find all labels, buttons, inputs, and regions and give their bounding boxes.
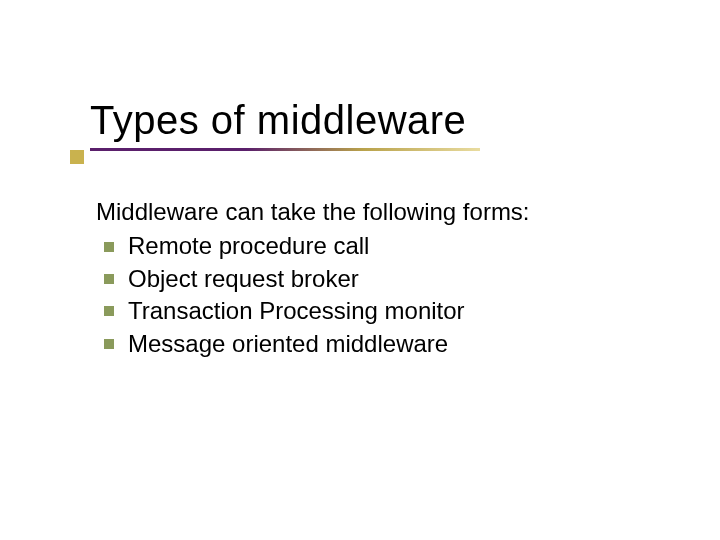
title-block: Types of middleware xyxy=(90,98,480,151)
square-bullet-icon xyxy=(104,274,114,284)
list-item-label: Message oriented middleware xyxy=(128,328,448,360)
square-bullet-icon xyxy=(104,306,114,316)
list-item: Remote procedure call xyxy=(96,230,656,262)
accent-square-icon xyxy=(70,150,84,164)
square-bullet-icon xyxy=(104,339,114,349)
list-item-label: Object request broker xyxy=(128,263,359,295)
square-bullet-icon xyxy=(104,242,114,252)
list-item: Object request broker xyxy=(96,263,656,295)
bullet-list: Remote procedure call Object request bro… xyxy=(96,230,656,360)
list-item: Transaction Processing monitor xyxy=(96,295,656,327)
slide-title: Types of middleware xyxy=(90,98,480,142)
list-item-label: Transaction Processing monitor xyxy=(128,295,465,327)
list-item: Message oriented middleware xyxy=(96,328,656,360)
title-underline xyxy=(90,148,480,151)
body-text: Middleware can take the following forms:… xyxy=(96,196,656,360)
intro-text: Middleware can take the following forms: xyxy=(96,196,656,228)
list-item-label: Remote procedure call xyxy=(128,230,369,262)
slide: Types of middleware Middleware can take … xyxy=(0,0,720,540)
